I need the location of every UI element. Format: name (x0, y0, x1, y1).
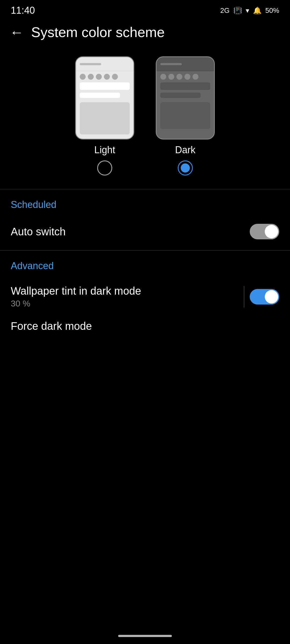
auto-switch-row[interactable]: Auto switch (11, 218, 279, 245)
auto-switch-text: Auto switch (11, 226, 250, 238)
scheduled-section-title: Scheduled (11, 199, 279, 210)
force-dark-mode-label: Force dark mode (11, 320, 279, 332)
light-theme-preview (75, 56, 134, 140)
vibrate-icon: 📳 (233, 6, 242, 15)
page-title: System color scheme (31, 24, 165, 40)
signal-icon: 2G (220, 6, 230, 15)
force-dark-mode-text: Force dark mode (11, 320, 279, 332)
preview-title-bar (80, 63, 101, 65)
wallpaper-tint-row[interactable]: Wallpaper tint in dark mode 30 % (11, 280, 279, 314)
wallpaper-tint-sublabel: 30 % (11, 299, 238, 309)
wallpaper-tint-label: Wallpaper tint in dark mode (11, 285, 238, 297)
preview-row-short-dark (160, 93, 201, 98)
dark-theme-option[interactable]: Dark (156, 56, 215, 175)
dark-radio-button[interactable] (178, 160, 193, 175)
preview-row-short (80, 93, 120, 98)
force-dark-mode-row[interactable]: Force dark mode (11, 314, 279, 338)
light-theme-option[interactable]: Light (75, 56, 134, 175)
notification-icon: 🔔 (253, 6, 262, 15)
preview-dot (88, 74, 94, 80)
preview-dot (112, 74, 118, 80)
preview-dot (104, 74, 110, 80)
wallpaper-tint-toggle-thumb (265, 290, 278, 303)
home-indicator[interactable] (118, 635, 172, 637)
nav-bar (0, 628, 290, 644)
preview-dot-dark (176, 74, 182, 80)
preview-dot (80, 74, 86, 80)
preview-row (80, 82, 130, 90)
light-radio-button[interactable] (97, 160, 112, 175)
preview-title-bar-dark (160, 63, 182, 65)
wallpaper-tint-toggle[interactable] (250, 289, 279, 305)
status-icons: 2G 📳 ▾ 🔔 50% (220, 6, 279, 15)
preview-dot-dark (160, 74, 166, 80)
preview-dot (96, 74, 102, 80)
wallpaper-tint-divider (244, 286, 244, 308)
header: ← System color scheme (0, 19, 290, 48)
auto-switch-label: Auto switch (11, 226, 250, 238)
back-button[interactable]: ← (10, 25, 24, 39)
preview-row-dark (160, 82, 210, 90)
advanced-section-title: Advanced (11, 260, 279, 272)
preview-body (80, 102, 130, 134)
wifi-icon: ▾ (246, 6, 249, 15)
battery-label: 50% (265, 6, 279, 15)
preview-dot-dark (168, 74, 174, 80)
theme-selector: Light Dark (0, 48, 290, 189)
auto-switch-toggle[interactable] (250, 224, 279, 239)
preview-dot-dark (184, 74, 190, 80)
dark-theme-label: Dark (175, 144, 195, 156)
scheduled-section: Scheduled Auto switch (0, 189, 290, 250)
status-bar: 11:40 2G 📳 ▾ 🔔 50% (0, 0, 290, 19)
status-time: 11:40 (11, 5, 35, 16)
preview-dot-dark (193, 74, 198, 80)
advanced-section: Advanced Wallpaper tint in dark mode 30 … (0, 251, 290, 343)
preview-body-dark (160, 102, 210, 129)
auto-switch-toggle-thumb (265, 225, 278, 238)
light-theme-label: Light (94, 144, 115, 156)
wallpaper-tint-text: Wallpaper tint in dark mode 30 % (11, 285, 238, 309)
dark-theme-preview (156, 56, 215, 140)
radio-selected-indicator (181, 163, 190, 173)
